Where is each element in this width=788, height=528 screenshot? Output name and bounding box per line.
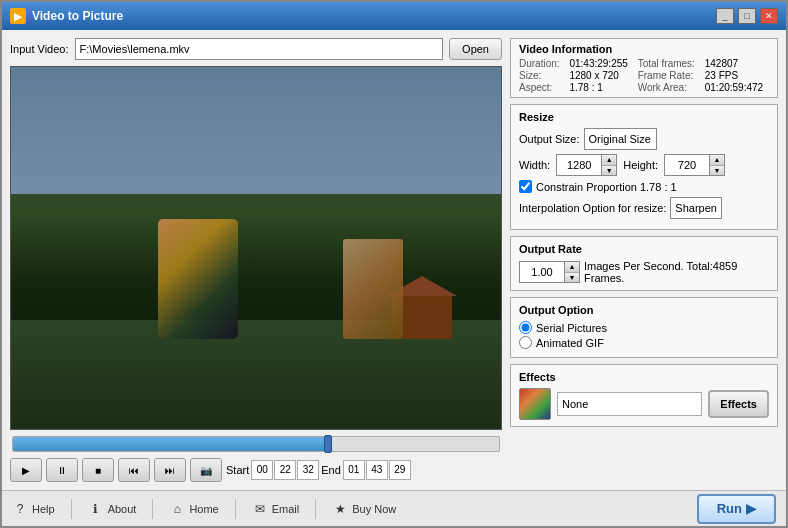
serial-label: Serial Pictures [536,322,607,334]
divider-4 [315,499,316,519]
open-button[interactable]: Open [449,38,502,60]
output-rate-title: Output Rate [519,243,769,255]
email-label: Email [272,503,300,515]
seekbar[interactable] [12,436,500,452]
help-label: Help [32,503,55,515]
work-area-label: Work Area: [638,82,701,93]
height-input-wrap: ▲ ▼ [664,154,725,176]
effects-row: None Effects [519,388,769,420]
start-label: Start [226,464,249,476]
help-button[interactable]: ? Help [12,501,55,517]
output-option-box: Output Option Serial Pictures Animated G… [510,297,778,358]
end-minutes[interactable]: 43 [366,460,388,480]
end-time: 01 43 29 [343,460,411,480]
seekbar-fill [13,437,329,451]
height-down-arrow[interactable]: ▼ [710,166,724,176]
divider-1 [71,499,72,519]
buy-now-button[interactable]: ★ Buy Now [332,501,396,517]
star-icon: ★ [332,501,348,517]
width-down-arrow[interactable]: ▼ [602,166,616,176]
animated-row: Animated GIF [519,336,769,349]
end-seconds[interactable]: 29 [389,460,411,480]
effects-button[interactable]: Effects [708,390,769,418]
serial-radio[interactable] [519,321,532,334]
output-rate-box: Output Rate ▲ ▼ Images Per Second. Total… [510,236,778,291]
animated-label: Animated GIF [536,337,604,349]
output-option-title: Output Option [519,304,769,316]
camera-icon: 📷 [200,465,212,476]
about-button[interactable]: ℹ About [88,501,137,517]
rate-text: Images Per Second. Total:4859 Frames. [584,260,769,284]
rate-input-wrap: ▲ ▼ [519,261,580,283]
width-up-arrow[interactable]: ▲ [602,155,616,166]
width-input-wrap: ▲ ▼ [556,154,617,176]
rate-arrows: ▲ ▼ [564,261,580,283]
home-label: Home [189,503,218,515]
minimize-button[interactable]: _ [716,8,734,24]
input-video-field[interactable] [75,38,444,60]
app-icon: ▶ [10,8,26,24]
rate-input[interactable] [519,261,564,283]
seekbar-row [10,436,502,452]
duration-label: Duration: [519,58,565,69]
run-arrow-icon: ▶ [746,501,756,516]
close-button[interactable]: ✕ [760,8,778,24]
frame-rate-label: Frame Rate: [638,70,701,81]
interp-select[interactable]: Sharpen [670,197,722,219]
input-label: Input Video: [10,43,69,55]
work-area-value: 01:20:59:472 [705,82,769,93]
output-size-row: Output Size: Original Size [519,128,769,150]
home-button[interactable]: ⌂ Home [169,501,218,517]
end-hours[interactable]: 01 [343,460,365,480]
start-seconds[interactable]: 32 [297,460,319,480]
next-button[interactable]: ⏭ [154,458,186,482]
run-button[interactable]: Run ▶ [697,494,776,524]
prev-button[interactable]: ⏮ [118,458,150,482]
stop-icon: ■ [95,465,101,476]
resize-box: Resize Output Size: Original Size Width: [510,104,778,230]
size-label: Size: [519,70,565,81]
input-row: Input Video: Open [10,38,502,60]
video-info-grid: Duration: 01:43:29:255 Total frames: 142… [519,58,769,93]
maximize-button[interactable]: □ [738,8,756,24]
width-label: Width: [519,159,550,171]
help-icon: ? [12,501,28,517]
height-up-arrow[interactable]: ▲ [710,155,724,166]
right-panel: Video Information Duration: 01:43:29:255… [510,38,778,482]
start-minutes[interactable]: 22 [274,460,296,480]
divider-2 [152,499,153,519]
email-icon: ✉ [252,501,268,517]
title-bar: ▶ Video to Picture _ □ ✕ [2,2,786,30]
animated-radio[interactable] [519,336,532,349]
rate-down-arrow[interactable]: ▼ [565,273,579,283]
end-label: End [321,464,341,476]
output-size-wrapper: Original Size [584,128,769,150]
width-arrows: ▲ ▼ [601,154,617,176]
interp-wrapper: Sharpen [670,197,769,219]
wh-row: Width: ▲ ▼ Height: ▲ ▼ [519,154,769,176]
height-arrows: ▲ ▼ [709,154,725,176]
height-label: Height: [623,159,658,171]
play-button[interactable]: ▶ [10,458,42,482]
dark-overlay [11,67,501,429]
rate-up-arrow[interactable]: ▲ [565,262,579,273]
start-hours[interactable]: 00 [251,460,273,480]
pause-button[interactable]: ⏸ [46,458,78,482]
constrain-checkbox[interactable] [519,180,532,193]
width-input[interactable] [556,154,601,176]
height-input[interactable] [664,154,709,176]
duration-value: 01:43:29:255 [569,58,633,69]
prev-icon: ⏮ [129,465,139,476]
output-size-select[interactable]: Original Size [584,128,657,150]
bottom-bar: ? Help ℹ About ⌂ Home ✉ Email ★ Buy Now … [2,490,786,526]
start-time: 00 22 32 [251,460,319,480]
play-icon: ▶ [22,465,30,476]
email-button[interactable]: ✉ Email [252,501,300,517]
time-display: Start 00 22 32 End 01 43 29 [226,460,411,480]
seekbar-thumb[interactable] [324,435,332,453]
stop-button[interactable]: ■ [82,458,114,482]
snapshot-button[interactable]: 📷 [190,458,222,482]
next-icon: ⏭ [165,465,175,476]
constrain-label: Constrain Proportion 1.78 : 1 [536,181,677,193]
run-label: Run [717,501,742,516]
